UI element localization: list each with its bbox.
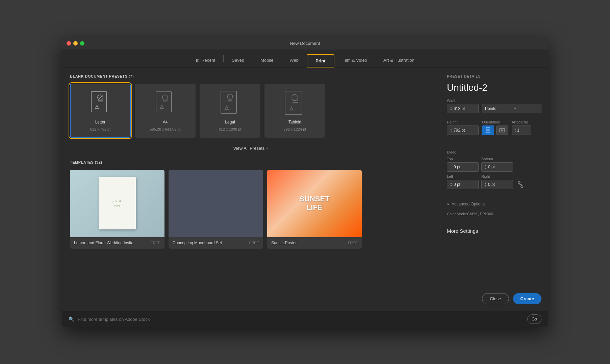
svg-line-12 (519, 184, 522, 185)
bleed-left-up[interactable]: ▲ (450, 182, 452, 184)
height-orientation-row: Height ▲ ▼ Orientation (447, 120, 541, 135)
width-input[interactable] (454, 106, 476, 111)
bleed-top-up[interactable]: ▲ (450, 164, 452, 167)
height-stepper[interactable]: ▲ ▼ (450, 128, 452, 133)
create-button[interactable]: Create (513, 293, 541, 304)
chevron-right-icon: ► (447, 202, 450, 206)
orientation-buttons (482, 125, 508, 135)
preset-icon-legal (218, 90, 242, 117)
preset-card-a4[interactable]: A4 595.28 x 841.89 pt (135, 84, 196, 138)
bleed-section: Bleed Top ▲ ▼ (447, 149, 541, 189)
bleed-left-stepper[interactable]: ▲ ▼ (450, 182, 452, 187)
minimize-window-button[interactable] (73, 41, 78, 46)
right-panel: PRESET DETAILS Width ▲ ▼ (440, 67, 548, 311)
view-all-presets-button[interactable]: View All Presets + (70, 143, 432, 153)
tab-web[interactable]: Web (282, 54, 307, 67)
landscape-icon (499, 128, 505, 133)
preset-card-legal[interactable]: Legal 612 x 1008 pt (200, 84, 260, 138)
height-input[interactable] (454, 128, 476, 133)
left-panel: BLANK DOCUMENT PRESETS (7) Letter 612 x … (62, 67, 440, 311)
bleed-right-stepper[interactable]: ▲ ▼ (484, 182, 487, 187)
bleed-right-down[interactable]: ▼ (484, 185, 487, 187)
height-group: Height ▲ ▼ (447, 120, 479, 135)
template-card-wedding[interactable]: john &mary Lemon and Floral Wedding Invi… (70, 170, 164, 249)
tab-saved[interactable]: Saved (224, 54, 252, 67)
artboards-group: Artboards ▲ ▼ (512, 120, 531, 135)
divider-2 (447, 195, 541, 195)
tabs-bar: ◐ Recent Saved Mobile Web Print Film & V… (62, 50, 548, 67)
bleed-top-stepper[interactable]: ▲ ▼ (450, 164, 452, 169)
bleed-grid: Top ▲ ▼ Bottom (447, 157, 513, 189)
units-dropdown-arrow: ▼ (513, 107, 517, 110)
bleed-bottom-input-wrap: ▲ ▼ (481, 162, 513, 172)
height-up-button[interactable]: ▲ (450, 128, 452, 130)
tab-print[interactable]: Print (307, 54, 334, 67)
bleed-left-input-wrap: ▲ ▼ (447, 180, 479, 189)
preset-icon-letter (88, 90, 112, 117)
titlebar: New Document (62, 37, 548, 50)
template-card-sunset[interactable]: SUNSETLIFE Sunset Poster FREE (267, 170, 362, 249)
artboards-stepper[interactable]: ▲ ▼ (514, 128, 516, 133)
artboards-input-wrap: ▲ ▼ (512, 125, 531, 135)
preset-icon-tabloid (283, 90, 307, 117)
width-group: Width ▲ ▼ (447, 99, 479, 113)
close-window-button[interactable] (67, 41, 71, 46)
bleed-right-input[interactable] (488, 182, 510, 187)
go-button[interactable]: Go (527, 314, 541, 324)
artboards-up-button[interactable]: ▲ (514, 128, 516, 130)
templates-section-title: TEMPLATES (32) (70, 160, 432, 164)
portrait-button[interactable] (482, 125, 494, 135)
preset-card-letter[interactable]: Letter 612 x 792 pt (70, 84, 131, 138)
window-title: New Document (290, 41, 320, 46)
bleed-bottom-up[interactable]: ▲ (484, 164, 487, 167)
units-group: Points Inches Millimeters Centimeters Pi… (482, 99, 541, 113)
height-input-wrap: ▲ ▼ (447, 125, 479, 135)
bleed-link-button[interactable] (516, 180, 525, 189)
bleed-left-label: Left (447, 174, 479, 178)
close-button[interactable]: Close (482, 293, 509, 304)
bleed-bottom-down[interactable]: ▼ (484, 167, 487, 169)
height-down-button[interactable]: ▼ (450, 130, 452, 133)
units-select-wrap: Points Inches Millimeters Centimeters Pi… (482, 104, 541, 113)
bleed-left-input[interactable] (454, 182, 476, 187)
main-content: BLANK DOCUMENT PRESETS (7) Letter 612 x … (62, 67, 548, 311)
preset-card-tabloid[interactable]: Tabloid 792 x 1224 pt (264, 84, 325, 138)
template-thumb-wedding: john &mary (70, 170, 164, 237)
advanced-options-button[interactable]: ► Advanced Options (447, 200, 541, 208)
clock-icon: ◐ (196, 58, 199, 63)
tab-film-video[interactable]: Film & Video (334, 54, 375, 67)
bleed-bottom-label: Bottom (481, 157, 513, 161)
portrait-icon (485, 127, 491, 133)
more-settings-button[interactable]: More Settings (447, 228, 541, 234)
tab-mobile[interactable]: Mobile (252, 54, 281, 67)
tab-recent[interactable]: ◐ Recent (187, 54, 223, 67)
units-select[interactable]: Points Inches Millimeters Centimeters Pi… (485, 106, 512, 111)
width-stepper[interactable]: ▲ ▼ (450, 106, 452, 111)
width-up-button[interactable]: ▲ (450, 106, 452, 108)
template-card-moodboard[interactable]: Concepting Moodboard Set FREE (169, 170, 263, 249)
bleed-bottom-input[interactable] (488, 165, 510, 169)
document-name-input[interactable] (447, 82, 541, 93)
bleed-top-down[interactable]: ▼ (450, 167, 452, 169)
width-label: Width (447, 99, 479, 103)
bleed-right-up[interactable]: ▲ (484, 182, 487, 184)
bleed-top-input[interactable] (454, 165, 476, 169)
artboards-down-button[interactable]: ▼ (514, 130, 516, 133)
width-down-button[interactable]: ▼ (450, 109, 452, 111)
bleed-top-label: Top (447, 157, 479, 161)
color-mode-text: Color Mode:CMYK, PPI:300 (447, 212, 541, 216)
template-thumb-moodboard (169, 170, 263, 237)
bleed-bottom-stepper[interactable]: ▲ ▼ (484, 164, 487, 169)
tab-art-illustration[interactable]: Art & Illustration (375, 54, 423, 67)
bottom-buttons: Close Create (447, 290, 541, 304)
artboards-input[interactable] (517, 128, 529, 133)
bleed-left-group: Left ▲ ▼ (447, 174, 479, 189)
svg-point-7 (292, 94, 298, 101)
search-input[interactable] (78, 317, 524, 322)
presets-grid: Letter 612 x 792 pt A4 595.28 x 841.89 p… (70, 84, 432, 138)
orientation-label: Orientation (482, 120, 508, 124)
landscape-button[interactable] (496, 125, 508, 135)
bleed-top-group: Top ▲ ▼ (447, 157, 479, 172)
maximize-window-button[interactable] (80, 41, 84, 46)
bleed-left-down[interactable]: ▼ (450, 185, 452, 187)
